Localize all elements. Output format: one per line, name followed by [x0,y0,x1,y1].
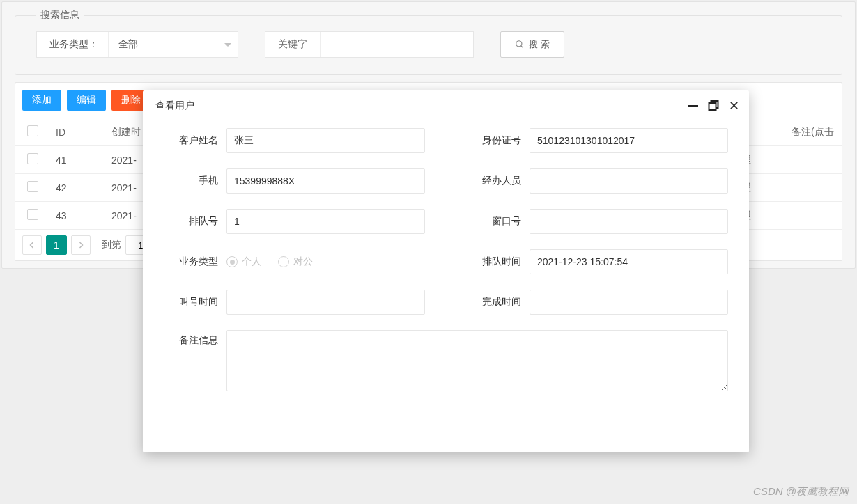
field-customer-name: 客户姓名 [164,128,425,153]
field-queue-no: 排队号 [164,209,425,234]
search-fieldset: 搜索信息 业务类型： 全部 关键字 搜 索 [15,9,842,75]
finish-time-input[interactable] [530,290,728,315]
svg-line-1 [521,46,523,48]
field-phone: 手机 [164,168,425,194]
row-checkbox[interactable] [27,153,38,164]
idcard-label: 身份证号 [467,134,521,147]
field-window-no: 窗口号 [467,209,728,234]
view-user-modal: 查看用户 ✕ 客户姓名 身份证号 手机 [143,90,749,452]
call-time-input[interactable] [226,290,425,315]
svg-rect-2 [709,103,716,110]
queue-no-input[interactable] [226,209,425,234]
phone-label: 手机 [164,175,218,187]
row-checkbox[interactable] [27,209,38,220]
handler-label: 经办人员 [467,175,521,187]
svg-point-0 [516,41,522,47]
minimize-button[interactable] [688,105,698,107]
field-handler: 经办人员 [467,168,728,194]
biz-type-label: 业务类型： [37,38,108,51]
field-idcard: 身份证号 [467,128,728,153]
radio-corporate-label: 对公 [293,255,313,268]
customer-name-input[interactable] [226,128,425,153]
add-button[interactable]: 添加 [22,90,61,111]
chevron-down-icon [218,32,238,57]
radio-personal-label: 个人 [242,255,261,268]
cell-id: 42 [50,174,106,202]
queue-time-label: 排队时间 [467,255,521,268]
search-icon [515,40,525,49]
modal-header[interactable]: 查看用户 ✕ [143,90,749,121]
page-1-button[interactable]: 1 [46,235,67,255]
window-no-label: 窗口号 [467,215,521,228]
minimize-icon [688,105,698,107]
window-no-input[interactable] [530,209,728,234]
close-icon: ✕ [729,100,739,112]
header-id: ID [50,118,106,146]
radio-icon [278,256,289,267]
field-call-time: 叫号时间 [164,290,425,315]
prev-page-button[interactable] [22,235,42,255]
biz-type-form-label: 业务类型 [164,255,218,268]
search-button[interactable]: 搜 索 [500,31,564,58]
radio-icon [226,256,238,267]
next-page-button[interactable] [71,235,91,255]
idcard-input[interactable] [530,128,728,153]
search-button-label: 搜 索 [529,38,550,51]
customer-name-label: 客户姓名 [164,134,218,147]
field-remark: 备注信息 [164,330,728,391]
cell-id: 41 [50,146,106,174]
queue-no-label: 排队号 [164,215,218,228]
close-button[interactable]: ✕ [729,100,739,112]
maximize-icon [708,100,719,111]
keyword-label: 关键字 [265,32,321,57]
finish-time-label: 完成时间 [467,296,521,308]
field-biz-type: 业务类型 个人 对公 [164,249,425,274]
radio-personal[interactable]: 个人 [226,255,261,268]
modal-title: 查看用户 [155,100,194,112]
field-finish-time: 完成时间 [467,290,728,315]
row-checkbox[interactable] [27,181,38,192]
keyword-group: 关键字 [265,31,474,58]
maximize-button[interactable] [708,100,719,111]
modal-body: 客户姓名 身份证号 手机 经办人员 排队号 窗口号 [143,121,749,452]
search-row: 业务类型： 全部 关键字 搜 索 [36,31,821,58]
goto-label: 到第 [102,239,121,251]
remark-label: 备注信息 [164,330,218,347]
header-checkbox-cell [15,118,50,146]
field-queue-time: 排队时间 [467,249,728,274]
biz-type-radio-group: 个人 对公 [226,255,313,268]
header-note: 备注(点击 [786,118,842,146]
call-time-label: 叫号时间 [164,296,218,308]
biz-type-select[interactable]: 业务类型： 全部 [36,31,238,58]
remark-textarea[interactable] [226,330,728,391]
chevron-right-icon [77,242,84,249]
checkbox-all[interactable] [27,125,38,136]
cell-id: 43 [50,202,106,230]
search-legend: 搜索信息 [36,9,84,22]
biz-type-value: 全部 [108,32,218,57]
radio-corporate[interactable]: 对公 [278,255,313,268]
chevron-left-icon [29,242,36,249]
handler-input[interactable] [530,168,728,194]
keyword-input[interactable] [321,32,473,57]
edit-button[interactable]: 编辑 [67,90,106,111]
phone-input[interactable] [226,168,425,194]
queue-time-input[interactable] [530,249,728,274]
modal-controls: ✕ [688,100,739,112]
watermark: CSDN @夜鹰教程网 [753,485,849,498]
